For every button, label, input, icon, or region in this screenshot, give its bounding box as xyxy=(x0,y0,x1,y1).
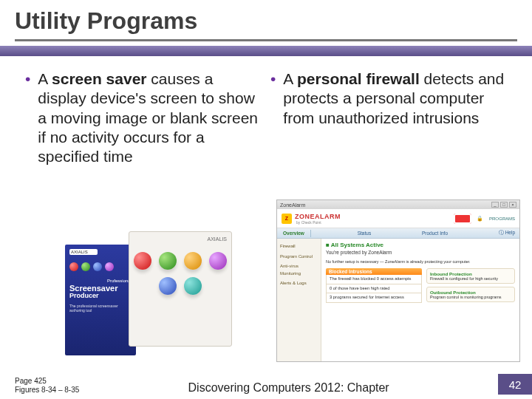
card-sub: Firewall is configured for high security xyxy=(430,276,511,281)
sphere-icon xyxy=(81,262,90,271)
card-sub: Program control is monitoring programs xyxy=(430,295,511,299)
slide-number: 42 xyxy=(498,374,532,395)
accent-band xyxy=(0,46,532,56)
sidebar-item-program-control[interactable]: Program Control xyxy=(280,253,318,261)
figure-firewall-window: ZoneAlarm _ □ × Z ZONEALARM by Check Poi… xyxy=(276,200,520,362)
maximize-icon[interactable]: □ xyxy=(500,202,508,208)
sphere-icon xyxy=(184,277,202,295)
sidebar-item-antivirus[interactable]: Anti-virus Monitoring xyxy=(280,263,318,277)
card-inbound: Inbound Protection Firewall is configure… xyxy=(426,268,515,284)
sphere-icon xyxy=(159,277,177,295)
status-subtext: You're protected by ZoneAlarm xyxy=(326,250,515,255)
lock-icon: 🔒 xyxy=(474,213,486,225)
figure-screensaver-box: AXIALIS Professional Screensaver Produce… xyxy=(65,231,236,358)
page-number-ref: Page 425 xyxy=(15,377,79,386)
brand-label: AXIALIS xyxy=(69,249,98,255)
bullet-text: A screen saver causes a display device's… xyxy=(38,69,262,166)
text-before: A xyxy=(38,70,52,87)
text-bold: screen saver xyxy=(52,70,146,87)
tab-bar: Overview Status Product Info ⓘ Help xyxy=(277,228,519,239)
tab-overview[interactable]: Overview xyxy=(277,231,310,236)
inbound-column: Blocked Intrusions The firewall has bloc… xyxy=(326,268,422,305)
sphere-icon xyxy=(134,252,151,270)
blocked-row: The firewall has blocked 0 access attemp… xyxy=(326,275,422,284)
text-before: A xyxy=(283,70,297,87)
sphere-icon xyxy=(69,262,78,271)
slide-footer: Page 425 Figures 8-34 – 8-35 Discovering… xyxy=(0,374,532,395)
status-note: No further setup is necessary — ZoneAlar… xyxy=(326,259,515,264)
tab-product-info[interactable]: Product Info xyxy=(417,231,452,236)
product-name-2: Producer xyxy=(69,292,132,299)
product-tagline: The professional screensaver authoring t… xyxy=(69,304,132,313)
bullet-dot-icon: • xyxy=(270,69,276,128)
card-title: Inbound Protection xyxy=(430,271,511,276)
status-heading: ■ All Systems Active xyxy=(326,242,515,248)
window-controls: _ □ × xyxy=(491,202,516,208)
sphere-icon xyxy=(184,252,202,270)
minimize-icon[interactable]: _ xyxy=(491,202,499,208)
content-columns: • A screen saver causes a display device… xyxy=(0,56,532,166)
slide: Utility Programs • A screen saver causes… xyxy=(0,0,532,399)
product-box: AXIALIS Professional Screensaver Produce… xyxy=(65,245,136,355)
close-icon[interactable]: × xyxy=(509,202,516,208)
window-title: ZoneAlarm xyxy=(280,202,305,208)
app-name: ZONEALARM xyxy=(295,213,341,220)
panel-brand: AXIALIS xyxy=(134,236,227,242)
page-ref: Page 425 Figures 8-34 – 8-35 xyxy=(15,377,79,395)
main-panel: ■ All Systems Active You're protected by… xyxy=(321,239,519,361)
app-header: Z ZONEALARM by Check Point 🔒 PROGRAMS xyxy=(277,209,519,228)
sidebar-item-firewall[interactable]: Firewall xyxy=(280,243,318,250)
tab-status[interactable]: Status xyxy=(353,231,375,236)
box-front: AXIALIS Professional Screensaver Produce… xyxy=(65,245,136,355)
programs-label: PROGRAMS xyxy=(489,216,515,221)
title-underline xyxy=(15,39,517,41)
app-name-group: ZONEALARM by Check Point xyxy=(295,213,341,225)
vendor-label: by Check Point xyxy=(296,220,341,225)
box-art xyxy=(69,262,132,271)
app-body: Firewall Program Control Anti-virus Moni… xyxy=(277,239,519,361)
right-column: • A personal firewall detects and protec… xyxy=(270,69,507,166)
bullet-text: A personal firewall detects and protects… xyxy=(283,69,507,128)
sidebar-item-alerts[interactable]: Alerts & Logs xyxy=(280,280,318,287)
text-bold: personal firewall xyxy=(297,70,420,87)
figure-ref: Figures 8-34 – 8-35 xyxy=(15,386,79,395)
blocked-header: Blocked Intrusions xyxy=(326,268,422,275)
left-column: • A screen saver causes a display device… xyxy=(25,69,262,166)
sphere-icon xyxy=(209,252,227,270)
source-label: Discovering Computers 2012: Chapter xyxy=(79,381,498,395)
zonealarm-logo-icon: Z xyxy=(282,214,292,224)
sample-panel: AXIALIS xyxy=(129,231,232,347)
outbound-row: 3 programs secured for Internet access xyxy=(326,293,422,303)
sidebar: Firewall Program Control Anti-virus Moni… xyxy=(277,239,321,361)
window-titlebar: ZoneAlarm _ □ × xyxy=(277,200,519,209)
bullet-item: • A personal firewall detects and protec… xyxy=(270,69,507,128)
tab-help[interactable]: ⓘ Help xyxy=(494,230,519,236)
protection-cards: Inbound Protection Firewall is configure… xyxy=(426,268,515,305)
title-area: Utility Programs xyxy=(0,0,532,41)
sphere-icon xyxy=(159,252,177,270)
edition-label: Professional xyxy=(69,279,132,283)
card-outbound: Outbound Protection Program control is m… xyxy=(426,287,515,302)
slide-title: Utility Programs xyxy=(15,7,517,35)
panel-art xyxy=(134,252,227,295)
blocked-row: 0 of those have been high rated xyxy=(326,284,422,294)
protection-columns: Blocked Intrusions The firewall has bloc… xyxy=(326,268,515,305)
sphere-icon xyxy=(93,262,102,271)
bullet-dot-icon: • xyxy=(25,69,30,166)
bullet-item: • A screen saver causes a display device… xyxy=(25,69,262,166)
stop-button-icon[interactable] xyxy=(454,214,471,224)
sphere-icon xyxy=(105,262,114,271)
card-title: Outbound Protection xyxy=(430,290,511,295)
